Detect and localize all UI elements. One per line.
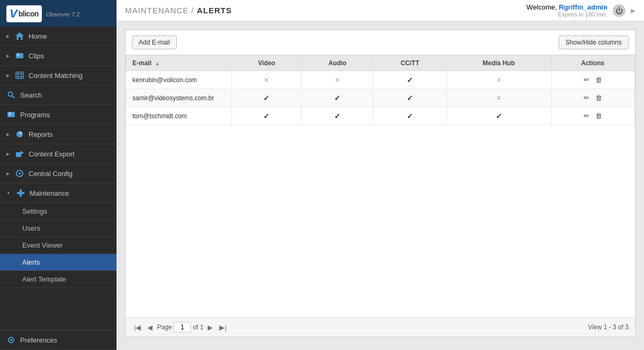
svg-rect-12 — [8, 115, 11, 116]
next-page-button[interactable]: ▶ — [205, 322, 215, 332]
sidebar-item-content-matching[interactable]: Content Matching — [0, 66, 117, 85]
clips-icon — [15, 51, 24, 60]
sidebar-item-home-label: Home — [29, 32, 47, 40]
check-icon: ✓ — [407, 112, 413, 120]
edit-button-1[interactable]: ✏ — [582, 75, 592, 85]
sidebar: V blicon Observer 7.2 Home Clips Content… — [0, 0, 117, 350]
col-audio: Audio — [301, 56, 373, 71]
delete-button-3[interactable]: 🗑 — [593, 111, 604, 121]
cctt-cell-1: ✓ — [373, 71, 446, 89]
col-cctt: CC/TT — [373, 56, 446, 71]
sidebar-item-content-export-label: Content Export — [29, 150, 75, 158]
welcome-line: Welcome, Rgriffin_admin — [526, 3, 607, 11]
subnav-settings[interactable]: Settings — [0, 203, 117, 220]
sidebar-item-central-config[interactable]: Central Config — [0, 164, 117, 183]
svg-rect-14 — [16, 152, 21, 157]
svg-point-8 — [8, 92, 13, 97]
content-export-icon — [15, 149, 24, 159]
delete-button-1[interactable]: 🗑 — [593, 75, 604, 85]
subnav-alerts[interactable]: Alerts — [0, 254, 117, 271]
maintenance-icon — [16, 188, 25, 198]
page-number-input[interactable] — [174, 322, 191, 332]
actions-cell-2: ✏ 🗑 — [551, 89, 634, 107]
sidebar-item-content-export[interactable]: Content Export — [0, 144, 117, 164]
welcome-text: Welcome, Rgriffin_admin Expires in 180 m… — [526, 3, 607, 18]
table-row: samir@videosystems.com.br ✓ ✓ ✓ ✕ ✏ 🗑 — [126, 89, 635, 107]
check-icon: ✓ — [407, 76, 413, 84]
main-content: MAINTENANCE / ALERTS Welcome, Rgriffin_a… — [117, 0, 644, 350]
svg-point-21 — [10, 339, 12, 341]
home-icon — [15, 31, 24, 41]
delete-button-2[interactable]: 🗑 — [593, 93, 604, 103]
col-mediahub: Media Hub — [446, 56, 551, 71]
central-config-icon — [15, 169, 24, 178]
alerts-table: E-mail ▲ Video Audio CC/TT Media Hub Act… — [126, 55, 635, 125]
subnav-users[interactable]: Users — [0, 220, 117, 237]
subnav-event-viewer[interactable]: Event Viewer — [0, 237, 117, 254]
svg-marker-15 — [21, 151, 24, 155]
table-row: kenrubin@volicon.com ✕ ✕ ✓ ✕ ✏ 🗑 — [126, 71, 635, 89]
sidebar-item-preferences[interactable]: Preferences — [0, 330, 117, 350]
edit-button-2[interactable]: ✏ — [582, 93, 592, 103]
sidebar-header: V blicon Observer 7.2 — [0, 0, 117, 27]
mediahub-cell-1: ✕ — [446, 71, 551, 89]
subnav-alert-template[interactable]: Alert Template — [0, 271, 117, 288]
svg-rect-11 — [8, 113, 12, 114]
subnav-event-viewer-label: Event Viewer — [22, 241, 62, 249]
svg-rect-6 — [17, 76, 19, 77]
sidebar-item-search[interactable]: Search — [0, 85, 117, 105]
sidebar-item-content-matching-label: Content Matching — [29, 72, 83, 80]
sidebar-item-preferences-label: Preferences — [20, 336, 57, 344]
logo: V blicon — [6, 5, 42, 22]
reports-icon — [15, 129, 24, 139]
cctt-cell-2: ✓ — [373, 89, 446, 107]
table-row: tom@tschmidt.com ✓ ✓ ✓ ✓ ✏ 🗑 — [126, 107, 635, 125]
logo-name: blicon — [19, 10, 39, 18]
alerts-toolbar: Add E-mail Show/Hide columns — [126, 30, 635, 55]
subnav-alerts-label: Alerts — [22, 258, 40, 266]
check-icon: ✓ — [334, 112, 341, 120]
col-video: Video — [232, 56, 302, 71]
x-icon: ✕ — [264, 76, 269, 84]
preferences-icon — [6, 335, 16, 345]
subnav-alert-template-label: Alert Template — [22, 275, 66, 283]
sidebar-item-home[interactable]: Home — [0, 27, 117, 46]
page-content: Add E-mail Show/Hide columns E-mail ▲ Vi… — [117, 21, 644, 350]
x-icon: ✕ — [496, 76, 502, 84]
power-button[interactable]: ⏻ — [613, 4, 625, 17]
sidebar-item-maintenance[interactable]: Maintenance — [0, 183, 117, 203]
svg-rect-4 — [17, 73, 19, 75]
search-icon — [6, 90, 16, 100]
sidebar-item-programs[interactable]: Programs — [0, 105, 117, 125]
prev-page-button[interactable]: ◀ — [145, 322, 155, 332]
svg-rect-3 — [16, 72, 23, 78]
video-cell-1: ✕ — [232, 71, 302, 89]
audio-cell-1: ✕ — [301, 71, 373, 89]
breadcrumb-page: ALERTS — [197, 6, 232, 15]
breadcrumb-section: MAINTENANCE — [125, 6, 189, 15]
edit-button-3[interactable]: ✏ — [582, 111, 592, 121]
show-hide-columns-button[interactable]: Show/Hide columns — [559, 36, 629, 49]
first-page-button[interactable]: |◀ — [132, 322, 143, 332]
sidebar-item-central-config-label: Central Config — [29, 170, 73, 178]
col-actions: Actions — [551, 56, 634, 71]
welcome-username: Rgriffin_admin — [559, 3, 607, 11]
view-count: View 1 - 3 of 3 — [588, 323, 629, 331]
svg-rect-2 — [17, 54, 19, 56]
nav-arrow-icon: ▶ — [631, 7, 636, 14]
svg-point-17 — [19, 172, 21, 174]
sidebar-item-reports[interactable]: Reports — [0, 125, 117, 144]
check-icon: ✓ — [263, 94, 270, 102]
sidebar-item-clips[interactable]: Clips — [0, 46, 117, 66]
video-cell-2: ✓ — [232, 89, 302, 107]
add-email-button[interactable]: Add E-mail — [132, 36, 177, 49]
sidebar-item-clips-label: Clips — [29, 52, 44, 60]
last-page-button[interactable]: ▶| — [217, 322, 228, 332]
subnav-settings-label: Settings — [22, 207, 47, 215]
breadcrumb: MAINTENANCE / ALERTS — [125, 6, 232, 15]
sidebar-item-search-label: Search — [20, 91, 42, 99]
svg-marker-0 — [15, 32, 24, 40]
audio-cell-2: ✓ — [301, 89, 373, 107]
email-cell-1: kenrubin@volicon.com — [126, 71, 232, 89]
x-icon: ✕ — [335, 76, 340, 84]
